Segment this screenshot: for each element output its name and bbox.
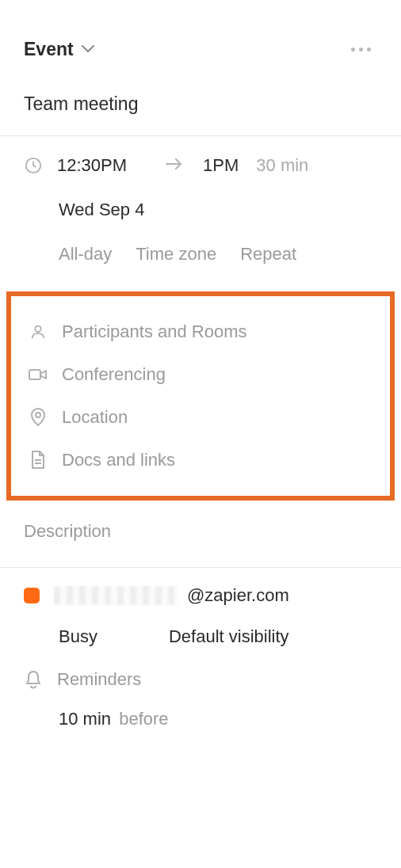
end-time[interactable]: 1PM — [203, 155, 239, 176]
busy-status-selector[interactable]: Busy — [59, 626, 97, 647]
bell-icon — [24, 670, 43, 689]
location-pin-icon — [29, 408, 48, 427]
reminder-time: 10 min — [59, 709, 111, 729]
duration-label: 30 min — [256, 155, 308, 176]
reminders-field[interactable]: Reminders — [24, 669, 377, 690]
visibility-selector[interactable]: Default visibility — [169, 626, 289, 647]
reminders-label: Reminders — [57, 669, 141, 690]
docs-field[interactable]: Docs and links — [24, 439, 377, 482]
participants-field[interactable]: Participants and Rooms — [24, 310, 377, 353]
conferencing-label: Conferencing — [62, 364, 166, 385]
location-field[interactable]: Location — [24, 396, 377, 439]
clock-icon — [24, 157, 43, 174]
document-icon — [29, 451, 48, 470]
more-options-button[interactable] — [345, 41, 377, 58]
event-type-selector[interactable]: Event — [24, 39, 94, 60]
reminder-before-label: before — [119, 709, 168, 729]
calendar-owner-row[interactable]: @zapier.com — [24, 585, 377, 606]
svg-point-1 — [35, 326, 40, 332]
start-time[interactable]: 12:30PM — [57, 155, 127, 176]
email-suffix: @zapier.com — [187, 585, 289, 606]
svg-point-3 — [36, 413, 40, 417]
timezone-button[interactable]: Time zone — [136, 244, 216, 265]
calendar-color-swatch — [24, 588, 40, 603]
event-title-input[interactable]: Team meeting — [24, 93, 377, 115]
participants-label: Participants and Rooms — [62, 322, 247, 342]
location-label: Location — [62, 407, 128, 428]
conferencing-field[interactable]: Conferencing — [24, 353, 377, 396]
arrow-right-icon — [165, 158, 184, 173]
highlighted-fields-group: Participants and Rooms Conferencing Loca… — [6, 291, 395, 501]
event-type-label: Event — [24, 39, 74, 60]
reminder-value[interactable]: 10 min before — [24, 709, 377, 729]
svg-rect-2 — [29, 370, 40, 379]
all-day-toggle[interactable]: All-day — [59, 244, 112, 265]
description-field[interactable]: Description — [24, 521, 377, 542]
person-icon — [29, 323, 48, 341]
event-date[interactable]: Wed Sep 4 — [24, 200, 377, 220]
chevron-down-icon — [82, 45, 94, 53]
video-icon — [29, 367, 48, 382]
repeat-button[interactable]: Repeat — [240, 244, 296, 265]
redacted-email-prefix — [54, 586, 178, 605]
docs-label: Docs and links — [62, 450, 175, 470]
